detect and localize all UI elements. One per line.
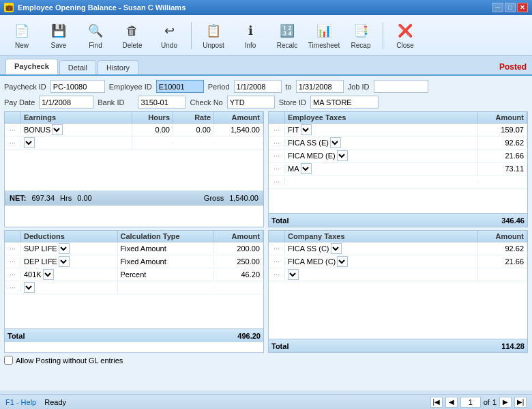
earnings-panel: Earnings Hours Rate Amount ··· BONUS 0.0…: [4, 111, 264, 227]
ded-row-deplife-calctype: Fixed Amount: [118, 257, 215, 266]
ded-header-dots: [5, 231, 21, 242]
ct-empty-space: [269, 281, 527, 339]
nav-prev-button[interactable]: ◀: [445, 397, 458, 408]
earnings-row2-dropdown[interactable]: [24, 137, 35, 148]
earnings-row-1: ··· BONUS 0.00 0.00 1,540.00: [5, 124, 263, 137]
earnings-empty-space: [5, 150, 263, 191]
earnings-row1-dots[interactable]: ···: [5, 126, 21, 135]
period-to-field[interactable]: [296, 80, 344, 93]
et-header-name: Employee Taxes: [285, 112, 478, 123]
ct-row-ficass-dots[interactable]: ···: [269, 244, 285, 253]
page-total: 1: [492, 398, 497, 406]
earnings-row2-amount: [214, 142, 263, 143]
ded-row-empty-dots[interactable]: ···: [5, 283, 21, 292]
recalc-button[interactable]: 🔢 Recalc: [271, 18, 304, 53]
ded-header-amount: Amount: [214, 231, 263, 242]
help-label[interactable]: F1 - Help: [5, 398, 36, 406]
earnings-row1-dropdown[interactable]: [52, 124, 63, 135]
et-header-amount: Amount: [478, 112, 527, 123]
ded-row-deplife-dropdown[interactable]: [59, 256, 70, 267]
save-icon: 💾: [49, 21, 68, 40]
earnings-header-amount: Amount: [214, 112, 263, 123]
ct-row-empty-dropdown[interactable]: [288, 269, 299, 280]
ded-row-suplife-amount: 200.00: [214, 244, 263, 253]
earnings-row2-dots[interactable]: ···: [5, 139, 21, 147]
store-id-field[interactable]: [310, 96, 379, 109]
close-button[interactable]: ❌ Close: [389, 18, 422, 53]
posted-badge: Posted: [499, 62, 527, 74]
net-value: 697.34: [31, 194, 55, 202]
et-row-ficamed-amount: 21.66: [478, 151, 527, 160]
close-icon: ❌: [396, 21, 415, 40]
ct-row-ficass-dropdown[interactable]: [331, 243, 342, 254]
paycheck-id-label: Paycheck ID: [4, 83, 46, 91]
et-row-ma-dots[interactable]: ···: [269, 165, 285, 173]
et-row-ma-dropdown[interactable]: [301, 163, 312, 174]
ded-row-401k-amount: 46.20: [214, 270, 263, 279]
info-button[interactable]: ℹ Info: [234, 18, 267, 53]
et-row-fit-dropdown[interactable]: [301, 124, 312, 135]
ct-row-ficamed-dots[interactable]: ···: [269, 257, 285, 266]
ded-row-empty-calctype: [118, 287, 215, 288]
earnings-header-dots: [5, 112, 21, 123]
nav-first-button[interactable]: |◀: [430, 397, 443, 408]
unpost-button[interactable]: 📋 Unpost: [197, 18, 230, 53]
ded-row-401k-calctype: Percent: [118, 270, 215, 279]
ded-empty-space: [5, 294, 263, 328]
ded-row-deplife-dots[interactable]: ···: [5, 257, 21, 266]
delete-button[interactable]: 🗑 Delete: [116, 18, 149, 53]
ct-row-ficamed: ··· FICA MED (C) 21.66: [269, 255, 527, 268]
minimize-button[interactable]: ─: [492, 3, 503, 12]
et-row-ma-name: MA: [285, 163, 478, 175]
ded-row-empty-name: [21, 281, 118, 294]
pay-date-field[interactable]: [39, 96, 93, 109]
ded-row-suplife-dots[interactable]: ···: [5, 244, 21, 253]
et-row-ficass-dots[interactable]: ···: [269, 139, 285, 147]
app-icon: 💼: [4, 3, 14, 12]
delete-icon: 🗑: [123, 21, 142, 40]
recap-button[interactable]: 📑 Recap: [344, 18, 377, 53]
employee-id-field[interactable]: [156, 80, 204, 93]
tab-paycheck[interactable]: Paycheck: [5, 59, 58, 74]
paycheck-id-field[interactable]: [50, 80, 105, 93]
check-no-field[interactable]: [227, 96, 275, 109]
ct-row-empty-dots[interactable]: ···: [269, 270, 285, 279]
earnings-row1-rate: 0.00: [173, 125, 214, 135]
maximize-button[interactable]: □: [505, 3, 516, 12]
ded-row-401k-dots[interactable]: ···: [5, 270, 21, 279]
find-button[interactable]: 🔍 Find: [79, 18, 112, 53]
et-row-ficamed-dots[interactable]: ···: [269, 152, 285, 160]
new-button[interactable]: 📄 New: [5, 18, 38, 53]
ct-row-ficamed-amount: 21.66: [478, 257, 527, 266]
period-from-field[interactable]: [234, 80, 282, 93]
ded-row-suplife-dropdown[interactable]: [59, 243, 70, 254]
tab-detail[interactable]: Detail: [59, 60, 96, 74]
et-row-fit-dots[interactable]: ···: [269, 126, 285, 135]
earnings-header: Earnings Hours Rate Amount: [5, 112, 263, 124]
ded-row-deplife-name: DEP LIFE: [21, 255, 118, 268]
timesheet-button[interactable]: 📊 Timesheet: [308, 18, 340, 53]
ded-row-401k-dropdown[interactable]: [43, 269, 54, 280]
tab-history[interactable]: History: [98, 60, 138, 74]
gross-value: 1,540.00: [229, 194, 258, 202]
page-input[interactable]: [460, 397, 481, 408]
nav-last-button[interactable]: ▶|: [514, 397, 527, 408]
et-row-ficass-dropdown[interactable]: [330, 137, 341, 148]
title-bar: 💼 Employee Opening Balance - Susan C Wil…: [0, 0, 532, 15]
et-row-ficamed-dropdown[interactable]: [337, 150, 348, 161]
et-row-empty-dots[interactable]: ···: [269, 178, 285, 186]
ct-row-ficamed-dropdown[interactable]: [337, 256, 348, 267]
ct-row-ficass-amount: 92.62: [478, 244, 527, 253]
bank-id-field[interactable]: [138, 96, 186, 109]
close-window-button[interactable]: ✕: [517, 3, 528, 12]
et-total-value: 346.46: [501, 216, 524, 225]
net-label: NET:: [10, 194, 26, 202]
earnings-row2-name: [21, 137, 132, 149]
undo-button[interactable]: ↩ Undo: [153, 18, 186, 53]
nav-next-button[interactable]: ▶: [499, 397, 512, 408]
save-button[interactable]: 💾 Save: [42, 18, 75, 53]
job-id-field[interactable]: [374, 80, 428, 93]
ded-row-empty-dropdown[interactable]: [24, 282, 35, 293]
earnings-header-name: Earnings: [21, 112, 132, 123]
allow-posting-checkbox[interactable]: [4, 356, 13, 365]
